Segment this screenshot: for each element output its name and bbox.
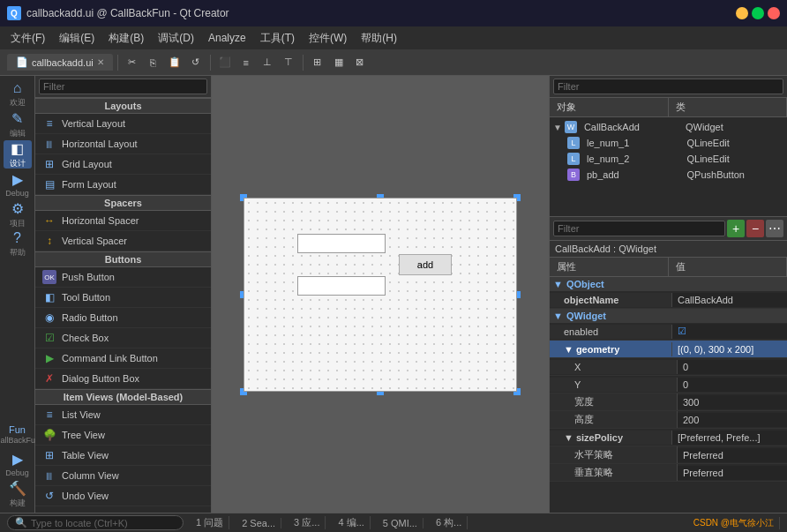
separator bbox=[117, 55, 118, 71]
pb-add-widget[interactable]: add bbox=[399, 254, 452, 275]
obj-class-pb: QPushButton bbox=[684, 169, 784, 180]
le-num-1-widget[interactable] bbox=[297, 234, 386, 253]
status-build[interactable]: 6 构... bbox=[431, 516, 468, 529]
radio-button-item[interactable]: ◉ Radio Button bbox=[35, 308, 211, 328]
file-tab[interactable]: 📄 callbackadd.ui ✕ bbox=[7, 54, 113, 71]
prop-value-geometry[interactable]: [(0, 0), 300 x 200] bbox=[672, 342, 787, 356]
close-tab-icon[interactable]: ✕ bbox=[97, 57, 104, 67]
list-view-item[interactable]: ≡ List View bbox=[35, 405, 211, 425]
copy-btn[interactable]: ⎘ bbox=[144, 53, 163, 72]
prop-width[interactable]: 宽度 300 bbox=[550, 393, 787, 411]
prop-value-y[interactable]: 0 bbox=[678, 378, 787, 392]
status-app[interactable]: 3 应... bbox=[289, 516, 326, 529]
menu-file[interactable]: 文件(F) bbox=[4, 29, 52, 48]
obj-row-le-num-2[interactable]: L le_num_2 QLineEdit bbox=[550, 151, 787, 167]
menu-widgets[interactable]: 控件(W) bbox=[302, 29, 354, 48]
align-right-btn[interactable]: ⊥ bbox=[258, 53, 277, 72]
prop-value-height[interactable]: 200 bbox=[678, 413, 787, 427]
prop-remove-btn[interactable]: − bbox=[746, 220, 764, 237]
table-view-icon: ⊞ bbox=[42, 448, 56, 462]
widget-filter-input[interactable] bbox=[39, 79, 207, 94]
dialog-button-box-item[interactable]: ✗ Dialog Button Box bbox=[35, 369, 211, 389]
align-left-btn[interactable]: ⬛ bbox=[215, 53, 235, 72]
grid-layout-item[interactable]: ⊞ Grid Layout bbox=[35, 154, 211, 175]
sidebar-build[interactable]: 🔨 构建 bbox=[4, 480, 32, 508]
table-view-item[interactable]: ⊞ Table View bbox=[35, 446, 211, 466]
vertical-layout-item[interactable]: ≡ Vertical Layout bbox=[35, 114, 211, 134]
tree-view-item[interactable]: 🌳 Tree View bbox=[35, 425, 211, 446]
prop-y[interactable]: Y 0 bbox=[550, 376, 787, 393]
sidebar-design[interactable]: ◧ 设计 bbox=[4, 140, 32, 169]
prop-geometry[interactable]: ▼geometry [(0, 0), 300 x 200] bbox=[550, 341, 787, 358]
left-sidebar: ⌂ 欢迎 ✎ 编辑 ◧ 设计 ▶ Debug ⚙ 项目 ? 帮助 Fun Cal… bbox=[0, 76, 35, 513]
search-bar[interactable]: 🔍 Type to locate (Ctrl+K) bbox=[7, 515, 184, 530]
menu-tools[interactable]: 工具(T) bbox=[253, 29, 302, 48]
object-filter-input[interactable] bbox=[553, 79, 783, 94]
undo-view-item[interactable]: ↺ Undo View bbox=[35, 486, 211, 506]
check-box-item[interactable]: ☑ Check Box bbox=[35, 328, 211, 348]
prop-horizontal-policy[interactable]: 水平策略 Preferred bbox=[550, 446, 787, 464]
prop-objectname[interactable]: objectName CallBackAdd bbox=[550, 291, 787, 309]
canvas-container[interactable]: add bbox=[212, 76, 549, 513]
obj-row-pb-add[interactable]: B pb_add QPushButton bbox=[550, 167, 787, 183]
align-top-btn[interactable]: ⊤ bbox=[279, 53, 298, 72]
break-btn[interactable]: ⊠ bbox=[350, 53, 370, 72]
prop-height[interactable]: 高度 200 bbox=[550, 411, 787, 429]
grid-btn[interactable]: ⊞ bbox=[308, 53, 327, 72]
push-button-icon: OK bbox=[42, 270, 56, 284]
horizontal-spacer-item[interactable]: ↔ Horizontal Spacer bbox=[35, 211, 211, 231]
menu-edit[interactable]: 编辑(E) bbox=[52, 29, 101, 48]
sidebar-callbackfun[interactable]: Fun CallBackFun bbox=[4, 420, 32, 448]
widget-icon-callbackadd: W bbox=[565, 121, 577, 133]
sidebar-welcome[interactable]: ⌂ 欢迎 bbox=[4, 80, 32, 109]
refresh-btn[interactable]: ↺ bbox=[186, 53, 206, 72]
cut-btn[interactable]: ✂ bbox=[123, 53, 142, 72]
close-btn[interactable] bbox=[768, 7, 780, 19]
sidebar-edit[interactable]: ✎ 编辑 bbox=[4, 110, 32, 139]
prop-sizepolicy[interactable]: ▼sizePolicy [Preferred, Prefe...] bbox=[550, 429, 787, 446]
prop-value-vpolicy[interactable]: Preferred bbox=[678, 466, 787, 480]
maximize-btn[interactable] bbox=[752, 7, 764, 19]
sidebar-help[interactable]: ? 帮助 bbox=[4, 230, 32, 259]
prop-value-sizepolicy[interactable]: [Preferred, Prefe...] bbox=[672, 431, 787, 445]
prop-x[interactable]: X 0 bbox=[550, 358, 787, 376]
push-button-item[interactable]: OK Push Button bbox=[35, 267, 211, 288]
vertical-spacer-item[interactable]: ↕ Vertical Spacer bbox=[35, 231, 211, 251]
align-center-btn[interactable]: ≡ bbox=[236, 53, 256, 72]
sidebar-debug2[interactable]: ▶ Debug bbox=[4, 450, 32, 478]
prop-value-enabled[interactable]: ☑ bbox=[672, 324, 787, 339]
paste-btn[interactable]: 📋 bbox=[165, 53, 184, 72]
prop-value-x[interactable]: 0 bbox=[678, 360, 787, 374]
layout-btn[interactable]: ▦ bbox=[329, 53, 349, 72]
le-num-2-widget[interactable] bbox=[297, 276, 386, 296]
prop-enabled[interactable]: enabled ☑ bbox=[550, 323, 787, 341]
prop-value-width[interactable]: 300 bbox=[678, 395, 787, 409]
status-compile[interactable]: 4 编... bbox=[333, 516, 370, 529]
status-search[interactable]: 2 Sea... bbox=[236, 518, 281, 528]
window-controls bbox=[736, 7, 780, 19]
minimize-btn[interactable] bbox=[736, 7, 748, 19]
menu-analyze[interactable]: Analyze bbox=[201, 30, 253, 46]
status-problems[interactable]: 1 问题 bbox=[191, 516, 229, 529]
prop-options-btn[interactable]: ⋯ bbox=[766, 220, 783, 237]
menu-build[interactable]: 构建(B) bbox=[101, 29, 151, 48]
status-qml[interactable]: 5 QMI... bbox=[378, 518, 423, 528]
prop-value-hpolicy[interactable]: Preferred bbox=[678, 448, 787, 462]
prop-value-objectname[interactable]: CallBackAdd bbox=[672, 293, 787, 307]
prop-filter-input[interactable] bbox=[553, 221, 725, 236]
horizontal-layout-item[interactable]: ⫼ Horizontal Layout bbox=[35, 134, 211, 154]
sidebar-debug[interactable]: ▶ Debug bbox=[4, 170, 32, 199]
menu-help[interactable]: 帮助(H) bbox=[354, 29, 404, 48]
tool-button-item[interactable]: ◧ Tool Button bbox=[35, 288, 211, 308]
obj-row-callbackadd[interactable]: ▼ W CallBackAdd QWidget bbox=[550, 119, 787, 135]
command-link-button-item[interactable]: ▶ Command Link Button bbox=[35, 348, 211, 369]
column-view-item[interactable]: ⫼ Column View bbox=[35, 466, 211, 486]
form-layout-item[interactable]: ▤ Form Layout bbox=[35, 175, 211, 195]
prop-vertical-policy[interactable]: 垂直策略 Preferred bbox=[550, 464, 787, 482]
design-canvas[interactable]: add bbox=[244, 198, 517, 392]
menu-debug[interactable]: 调试(D) bbox=[151, 29, 201, 48]
obj-row-le-num-1[interactable]: L le_num_1 QLineEdit bbox=[550, 135, 787, 151]
sidebar-project[interactable]: ⚙ 项目 bbox=[4, 200, 32, 229]
prop-add-btn[interactable]: + bbox=[727, 220, 745, 237]
prop-name-height: 高度 bbox=[550, 411, 678, 428]
